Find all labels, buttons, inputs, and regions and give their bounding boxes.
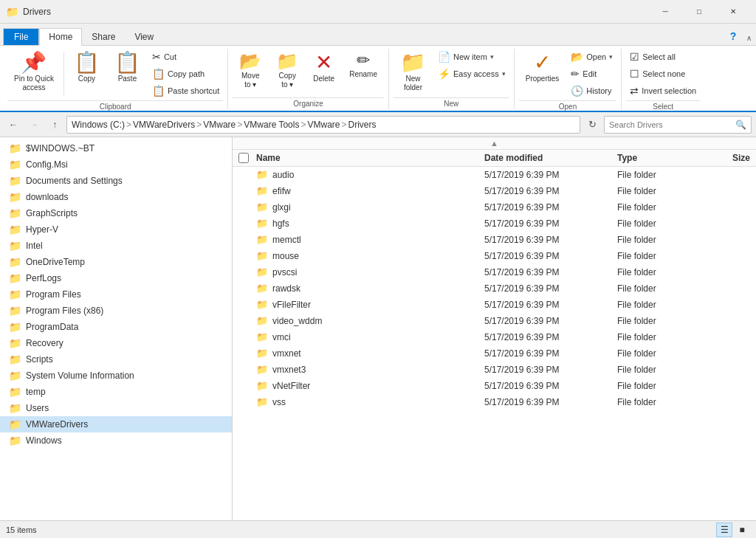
file-row-vfilefilter[interactable]: 📁vFileFilter 5/17/2019 6:39 PM File fold… bbox=[233, 297, 756, 313]
file-name: 📁pvscsi bbox=[256, 266, 484, 277]
sidebar-item-14[interactable]: 📁 System Volume Information bbox=[0, 368, 232, 384]
file-row-rawdsk[interactable]: 📁rawdsk 5/17/2019 6:39 PM File folder bbox=[233, 280, 756, 297]
file-row-memctl[interactable]: 📁memctl 5/17/2019 6:39 PM File folder bbox=[233, 232, 756, 248]
folder-icon: 📁 bbox=[9, 337, 21, 349]
tab-file[interactable]: File bbox=[3, 28, 39, 45]
path-vmwaretools[interactable]: VMware Tools bbox=[244, 120, 299, 130]
refresh-button[interactable]: ↻ bbox=[583, 116, 601, 134]
sidebar-item-4[interactable]: 📁 GraphScripts bbox=[0, 205, 232, 221]
ribbon-collapse-button[interactable]: ∧ bbox=[742, 34, 756, 45]
search-input[interactable] bbox=[609, 120, 735, 129]
file-row-glxgi[interactable]: 📁glxgi 5/17/2019 6:39 PM File folder bbox=[233, 199, 756, 215]
forward-button[interactable]: → bbox=[25, 116, 43, 134]
cut-button[interactable]: ✂ Cut bbox=[148, 49, 223, 65]
pin-to-quick-access-button[interactable]: 📌 Pin to Quickaccess bbox=[7, 49, 61, 96]
copy-to-button[interactable]: 📁 Copyto ▾ bbox=[269, 49, 305, 93]
header-size[interactable]: Size bbox=[691, 153, 750, 163]
sidebar-item-2[interactable]: 📁 Documents and Settings bbox=[0, 173, 232, 189]
header-type[interactable]: Type bbox=[617, 153, 691, 163]
file-type: File folder bbox=[617, 235, 691, 245]
tab-view[interactable]: View bbox=[125, 28, 163, 45]
header-name[interactable]: Name bbox=[256, 153, 484, 163]
header-date[interactable]: Date modified bbox=[484, 153, 617, 163]
file-row-efifw[interactable]: 📁efifw 5/17/2019 6:39 PM File folder bbox=[233, 183, 756, 199]
large-icon-view-button[interactable]: ■ bbox=[734, 523, 750, 537]
open-group-content: ✓ Properties 📂 Open ▾ ✏ Edit 🕒 History bbox=[519, 49, 617, 99]
up-button[interactable]: ↑ bbox=[46, 116, 63, 134]
tab-home[interactable]: Home bbox=[39, 28, 82, 46]
easy-access-chevron: ▾ bbox=[502, 70, 506, 77]
file-row-hgfs[interactable]: 📁hgfs 5/17/2019 6:39 PM File folder bbox=[233, 215, 756, 232]
search-box[interactable]: 🔍 bbox=[604, 116, 752, 134]
file-row-audio[interactable]: 📁audio 5/17/2019 6:39 PM File folder bbox=[233, 167, 756, 183]
file-row-vmxnet3[interactable]: 📁vmxnet3 5/17/2019 6:39 PM File folder bbox=[233, 362, 756, 378]
sidebar-item-15[interactable]: 📁 temp bbox=[0, 384, 232, 400]
file-row-vss[interactable]: 📁vss 5/17/2019 6:39 PM File folder bbox=[233, 394, 756, 410]
tab-share[interactable]: Share bbox=[82, 28, 125, 45]
sidebar-item-9[interactable]: 📁 Program Files bbox=[0, 286, 232, 303]
minimize-button[interactable]: ─ bbox=[648, 0, 682, 24]
sidebar-item-11[interactable]: 📁 ProgramData bbox=[0, 319, 232, 335]
sidebar-item-5[interactable]: 📁 Hyper-V bbox=[0, 221, 232, 238]
maximize-button[interactable]: □ bbox=[682, 0, 716, 24]
path-vmware2[interactable]: VMware bbox=[307, 120, 340, 130]
sidebar-item-16[interactable]: 📁 Users bbox=[0, 400, 232, 416]
file-name: 📁vFileFilter bbox=[256, 299, 484, 310]
close-button[interactable]: ✕ bbox=[716, 0, 750, 24]
path-vmware1[interactable]: VMware bbox=[203, 120, 236, 130]
easy-access-button[interactable]: ⚡ Easy access ▾ bbox=[434, 66, 509, 82]
copy-path-button[interactable]: 📋 Copy path bbox=[148, 66, 223, 82]
invert-label: Invert selection bbox=[642, 86, 696, 95]
paste-shortcut-button[interactable]: 📋 Paste shortcut bbox=[148, 83, 223, 99]
paste-label: Paste bbox=[118, 75, 137, 83]
sidebar-item-label-18: Windows bbox=[26, 435, 62, 446]
edit-button[interactable]: ✏ Edit bbox=[567, 66, 616, 82]
address-path[interactable]: Windows (C:) > VMWareDrivers > VMware > … bbox=[66, 116, 580, 134]
ribbon-group-select: ☑ Select all ☐ Select none ⇄ Invert sele… bbox=[622, 49, 704, 109]
properties-button[interactable]: ✓ Properties bbox=[519, 49, 566, 86]
sidebar-item-17[interactable]: 📁 VMWareDrivers bbox=[0, 416, 232, 432]
move-to-label: Moveto ▾ bbox=[241, 72, 259, 89]
rename-button[interactable]: ✏ Rename bbox=[343, 49, 384, 82]
sidebar-item-label-10: Program Files (x86) bbox=[26, 306, 103, 316]
sidebar-item-6[interactable]: 📁 Intel bbox=[0, 238, 232, 254]
sidebar-item-8[interactable]: 📁 PerfLogs bbox=[0, 270, 232, 286]
back-button[interactable]: ← bbox=[4, 116, 22, 134]
sidebar-item-1[interactable]: 📁 Config.Msi bbox=[0, 156, 232, 173]
paste-button[interactable]: 📋 Paste bbox=[108, 49, 147, 86]
organize-group-content: 📂 Moveto ▾ 📁 Copyto ▾ ✕ Delete ✏ Rename bbox=[233, 49, 384, 96]
path-vmwaredrivers[interactable]: VMWareDrivers bbox=[133, 120, 195, 130]
select-all-button[interactable]: ☑ Select all bbox=[626, 49, 700, 65]
delete-button[interactable]: ✕ Delete bbox=[306, 49, 341, 86]
sidebar-item-18[interactable]: 📁 Windows bbox=[0, 432, 232, 449]
sidebar-item-0[interactable]: 📁 $WINDOWS.~BT bbox=[0, 140, 232, 156]
sidebar-item-10[interactable]: 📁 Program Files (x86) bbox=[0, 303, 232, 319]
sidebar-item-7[interactable]: 📁 OneDriveTemp bbox=[0, 254, 232, 270]
history-button[interactable]: 🕒 History bbox=[567, 83, 616, 99]
file-row-pvscsi[interactable]: 📁pvscsi 5/17/2019 6:39 PM File folder bbox=[233, 264, 756, 280]
new-folder-button[interactable]: 📁 Newfolder bbox=[394, 49, 433, 96]
path-windows[interactable]: Windows (C:) bbox=[72, 120, 125, 130]
move-to-button[interactable]: 📂 Moveto ▾ bbox=[233, 49, 268, 93]
folder-icon: 📁 bbox=[9, 256, 21, 268]
details-view-button[interactable]: ☰ bbox=[716, 523, 732, 537]
file-row-vnetfilter[interactable]: 📁vNetFilter 5/17/2019 6:39 PM File folde… bbox=[233, 378, 756, 394]
sidebar-item-12[interactable]: 📁 Recovery bbox=[0, 335, 232, 351]
copy-button[interactable]: 📋 Copy bbox=[67, 49, 106, 86]
header-check[interactable] bbox=[238, 153, 256, 163]
sidebar-item-3[interactable]: 📁 downloads bbox=[0, 189, 232, 205]
open-button[interactable]: 📂 Open ▾ bbox=[567, 49, 616, 65]
file-row-video-wddm[interactable]: 📁video_wddm 5/17/2019 6:39 PM File folde… bbox=[233, 313, 756, 329]
path-drivers[interactable]: Drivers bbox=[348, 120, 377, 130]
sidebar-item-label-11: ProgramData bbox=[26, 322, 78, 332]
sidebar-item-13[interactable]: 📁 Scripts bbox=[0, 351, 232, 368]
file-row-mouse[interactable]: 📁mouse 5/17/2019 6:39 PM File folder bbox=[233, 248, 756, 264]
invert-selection-button[interactable]: ⇄ Invert selection bbox=[626, 83, 700, 99]
select-none-button[interactable]: ☐ Select none bbox=[626, 66, 700, 82]
new-item-button[interactable]: 📄 New item ▾ bbox=[434, 49, 509, 65]
file-row-vmxnet[interactable]: 📁vmxnet 5/17/2019 6:39 PM File folder bbox=[233, 345, 756, 362]
help-button[interactable]: ? bbox=[724, 27, 742, 45]
file-date: 5/17/2019 6:39 PM bbox=[484, 397, 617, 407]
file-row-vmci[interactable]: 📁vmci 5/17/2019 6:39 PM File folder bbox=[233, 329, 756, 345]
select-all-checkbox[interactable] bbox=[238, 153, 249, 163]
